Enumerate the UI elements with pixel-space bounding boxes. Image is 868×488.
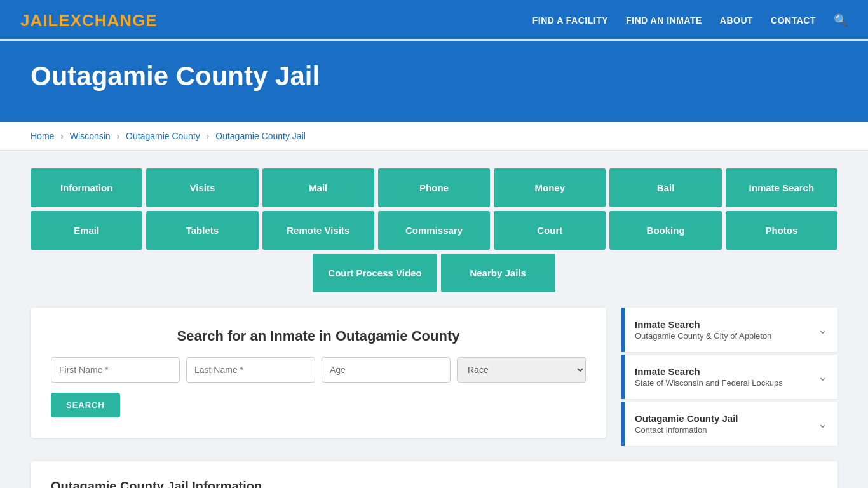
- btn-remote-visits[interactable]: Remote Visits: [262, 211, 374, 250]
- breadcrumb-jail[interactable]: Outagamie County Jail: [215, 131, 306, 141]
- breadcrumb-sep-3: ›: [207, 131, 212, 141]
- sidebar-item-county[interactable]: Inmate Search Outagamie County & City of…: [621, 308, 837, 352]
- btn-mail[interactable]: Mail: [262, 168, 374, 207]
- search-button[interactable]: SEARCH: [51, 393, 120, 417]
- chevron-down-icon-2: ⌄: [818, 370, 827, 384]
- btn-money[interactable]: Money: [494, 168, 606, 207]
- nav-contact[interactable]: CONTACT: [771, 15, 816, 25]
- site-logo[interactable]: JAILEXCHANGE: [20, 11, 158, 30]
- search-title: Search for an Inmate in Outagamie County: [51, 328, 586, 344]
- btn-email[interactable]: Email: [31, 211, 142, 250]
- btn-inmate-search[interactable]: Inmate Search: [726, 168, 837, 207]
- sidebar-state-subtitle: State of Wisconsin and Federal Lockups: [635, 378, 783, 388]
- btn-visits[interactable]: Visits: [146, 168, 258, 207]
- chevron-down-icon: ⌄: [818, 323, 827, 337]
- page-bottom: Outagamie County Jail Information: [31, 461, 837, 488]
- breadcrumb-wisconsin[interactable]: Wisconsin: [70, 131, 111, 141]
- nav-links: FIND A FACILITY FIND AN INMATE ABOUT CON…: [532, 13, 848, 27]
- nav-about[interactable]: ABOUT: [720, 15, 753, 25]
- breadcrumb: Home › Wisconsin › Outagamie County › Ou…: [0, 122, 868, 151]
- btn-photos[interactable]: Photos: [726, 211, 837, 250]
- nav-find-inmate[interactable]: FIND AN INMATE: [626, 15, 702, 25]
- breadcrumb-home[interactable]: Home: [31, 131, 54, 141]
- btn-bail[interactable]: Bail: [609, 168, 721, 207]
- btn-booking[interactable]: Booking: [609, 211, 721, 250]
- logo-exchange: EXCHANGE: [58, 11, 157, 30]
- btn-tablets[interactable]: Tablets: [146, 211, 258, 250]
- last-name-input[interactable]: [186, 357, 315, 383]
- sidebar-state-title: Inmate Search: [635, 366, 783, 377]
- grid-row-3: Court Process Video Nearby Jails: [31, 254, 837, 292]
- btn-court-video[interactable]: Court Process Video: [313, 254, 437, 292]
- sidebar-county-subtitle: Outagamie County & City of Appleton: [635, 331, 771, 341]
- sidebar-item-contact[interactable]: Outagamie County Jail Contact Informatio…: [621, 402, 837, 446]
- sidebar-county-title: Inmate Search: [635, 319, 771, 330]
- main-content: Information Visits Mail Phone Money Bail…: [0, 151, 868, 488]
- btn-court[interactable]: Court: [494, 211, 606, 250]
- btn-nearby-jails[interactable]: Nearby Jails: [441, 254, 555, 292]
- lower-section: Search for an Inmate in Outagamie County…: [31, 308, 837, 449]
- search-fields: Race White Black Hispanic Asian Other: [51, 357, 586, 383]
- age-input[interactable]: [322, 357, 451, 383]
- grid-row-2: Email Tablets Remote Visits Commissary C…: [31, 211, 837, 250]
- sidebar-contact-title: Outagamie County Jail: [635, 413, 738, 424]
- nav-find-facility[interactable]: FIND A FACILITY: [532, 15, 608, 25]
- grid-row-1: Information Visits Mail Phone Money Bail…: [31, 168, 837, 207]
- search-icon[interactable]: 🔍: [834, 13, 848, 27]
- page-title: Outagamie County Jail: [31, 61, 837, 92]
- chevron-down-icon-3: ⌄: [818, 417, 827, 431]
- race-select[interactable]: Race White Black Hispanic Asian Other: [457, 357, 586, 383]
- hero-section: Outagamie County Jail: [0, 41, 868, 122]
- page-bottom-title: Outagamie County Jail Information: [51, 479, 817, 488]
- logo-jail: JAIL: [20, 11, 58, 30]
- sidebar-item-state[interactable]: Inmate Search State of Wisconsin and Fed…: [621, 355, 837, 399]
- breadcrumb-sep-1: ›: [60, 131, 66, 141]
- btn-information[interactable]: Information: [31, 168, 142, 207]
- first-name-input[interactable]: [51, 357, 180, 383]
- navbar: JAILEXCHANGE FIND A FACILITY FIND AN INM…: [0, 0, 868, 41]
- sidebar: Inmate Search Outagamie County & City of…: [621, 308, 837, 449]
- breadcrumb-sep-2: ›: [117, 131, 123, 141]
- btn-phone[interactable]: Phone: [378, 168, 490, 207]
- btn-commissary[interactable]: Commissary: [378, 211, 490, 250]
- sidebar-contact-subtitle: Contact Information: [635, 425, 738, 435]
- breadcrumb-county[interactable]: Outagamie County: [126, 131, 200, 141]
- search-box: Search for an Inmate in Outagamie County…: [31, 308, 606, 438]
